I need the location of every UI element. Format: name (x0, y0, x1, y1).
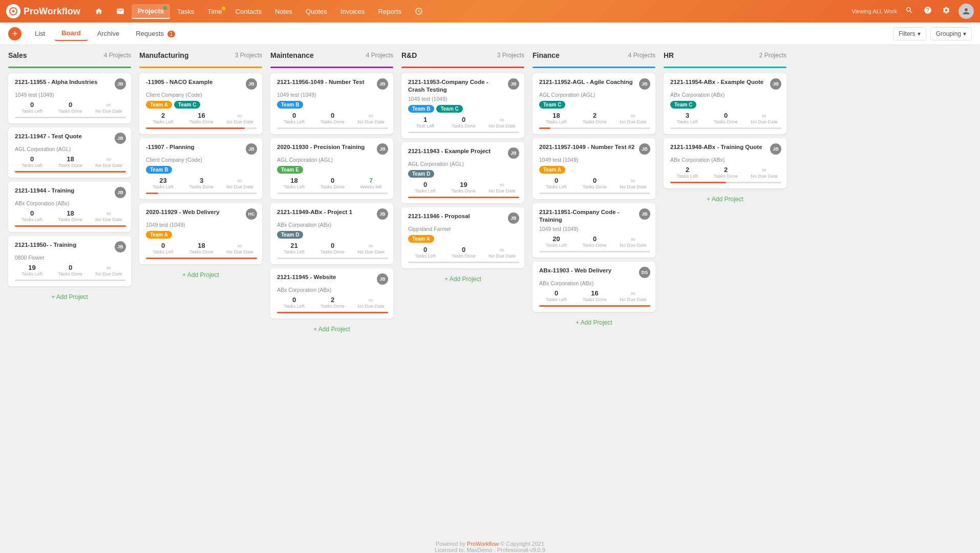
stat-tasks-left-value: 3 (670, 112, 705, 119)
stat-tasks-done: 0 Tasks Done (709, 112, 743, 124)
add-project-link[interactable]: + Add Project (532, 316, 655, 329)
column-header: Sales 4 Projects (8, 51, 131, 61)
logo[interactable]: ProWorkflow (6, 4, 80, 18)
footer-brand-link[interactable]: ProWorkflow (467, 541, 499, 547)
add-project-button[interactable]: + (8, 27, 22, 40)
project-card[interactable]: 2121-11950- - Training JB 0800 Flower 19… (8, 236, 131, 286)
nav-reports[interactable]: Reports (372, 5, 408, 18)
project-card[interactable]: 2020-11929 - Web Delivery HC 1049 test (… (139, 203, 262, 264)
project-card[interactable]: ABx-11903 - Web Delivery DS ABx Corporat… (532, 262, 655, 312)
card-avatar: JB (508, 147, 519, 159)
project-card[interactable]: 2121-11948-ABx - Training Quote JB ABx C… (664, 138, 786, 188)
add-project-link[interactable]: + Add Project (270, 323, 393, 336)
stat-tasks-left: 21 Tasks Left (277, 242, 311, 254)
project-card[interactable]: 2121-11945 - Website JB ABx Corporation … (270, 268, 393, 318)
user-avatar[interactable] (958, 4, 974, 19)
card-title: 2020-11929 - Web Delivery (146, 208, 246, 216)
project-card[interactable]: 2121-11949-ABx - Project 1 JB ABx Corpor… (270, 203, 393, 264)
project-card[interactable]: 2121-11954-ABx - Example Quote JB ABx Co… (664, 73, 786, 134)
stat-tasks-left-label: Tasks Left (277, 304, 311, 309)
stat-tasks-done-label: Tasks Done (446, 188, 481, 194)
card-tag: Team D (408, 170, 434, 178)
card-header: 2121-11955 - Alpha Industries JB (15, 78, 126, 90)
tab-archive[interactable]: Archive (90, 27, 126, 40)
stat-tasks-done-label: Tasks Done (578, 184, 612, 189)
settings-button[interactable] (940, 4, 952, 18)
logo-text: ProWorkflow (24, 6, 80, 17)
stat-tasks-left: 1 Task Left (408, 116, 442, 129)
filters-button[interactable]: Filters ▾ (893, 27, 926, 40)
tab-requests[interactable]: Requests 1 (129, 27, 182, 40)
nav-projects[interactable]: Projects (132, 4, 170, 19)
column-header: R&D 3 Projects (401, 51, 524, 61)
nav-time[interactable]: Time (201, 5, 228, 18)
project-card[interactable]: 2020-11930 - Precision Training JB AGL C… (270, 138, 393, 199)
card-tag: Team C (174, 101, 200, 109)
column-title: Manufacturing (139, 51, 188, 59)
card-avatar: JB (639, 143, 650, 155)
card-progress-fill (408, 197, 519, 198)
stat-tasks-done: 0 Tasks Done (446, 246, 481, 259)
stat-tasks-left-value: 21 (277, 242, 311, 249)
grouping-button[interactable]: Grouping ▾ (930, 27, 972, 40)
stat-tasks-done-label: Tasks Done (446, 123, 481, 129)
nav-timer[interactable] (409, 4, 429, 18)
column-header: Finance 4 Projects (532, 51, 655, 61)
add-project-link[interactable]: + Add Project (139, 268, 262, 282)
card-subtitle: ABx Corporation (ABx) (539, 280, 650, 286)
stat-tasks-left-value: 20 (539, 235, 573, 243)
search-button[interactable] (903, 4, 915, 18)
card-tag: Team B (408, 105, 434, 113)
tab-board[interactable]: Board (54, 26, 88, 41)
project-card[interactable]: 2121-11947 - Test Quote JB AGL Corporati… (8, 127, 131, 178)
project-card[interactable]: 2121-11952-AGL - Agile Coaching JB AGL C… (532, 73, 655, 134)
nav-invoices[interactable]: Invoices (334, 5, 371, 18)
project-card[interactable]: 2021-11957-1049 - Number Test #2 JB 1049… (532, 138, 655, 199)
stat-tasks-done-label: Tasks Done (184, 184, 219, 189)
card-stats: 1 Task Left 0 Tasks Done ∞ No Due Date (408, 116, 519, 129)
help-button[interactable] (922, 4, 934, 18)
card-subtitle: 0800 Flower (15, 254, 126, 261)
project-card[interactable]: 2121-11955 - Alpha Industries JB 1049 te… (8, 73, 131, 123)
card-title: 2121-11944 - Training (15, 187, 115, 195)
card-title: 2121-11948-ABx - Training Quote (670, 143, 770, 151)
stat-tasks-left-label: Tasks Left (277, 184, 311, 189)
column-finance: Finance 4 Projects 2121-11952-AGL - Agil… (532, 51, 655, 336)
stat-tasks-done: 0 Tasks Done (446, 116, 481, 129)
tab-list[interactable]: List (28, 27, 52, 40)
card-stats: 20 Tasks Left 0 Tasks Done ∞ No Due Date (539, 235, 650, 248)
stat-tasks-left: 2 Tasks Left (670, 166, 705, 179)
card-stats: 23 Tasks Left 3 Tasks Done ∞ No Due Date (146, 177, 257, 189)
project-card[interactable]: 2121-11951-Company Code - Training JB 10… (532, 203, 655, 258)
card-title: 2121-11949-ABx - Project 1 (277, 208, 377, 216)
card-header: 2121-11949-ABx - Project 1 JB (277, 208, 388, 220)
stat-tasks-left-value: 19 (15, 264, 49, 271)
column-count: 3 Projects (235, 52, 262, 59)
add-project-link[interactable]: + Add Project (401, 272, 524, 286)
project-card[interactable]: -11907 - Planning JB Client Company (Cod… (139, 138, 262, 199)
stat-tasks-left: 19 Tasks Left (15, 264, 49, 276)
column-line (532, 67, 655, 68)
card-subtitle: AGL Corporation (AGL) (539, 92, 650, 98)
project-card[interactable]: 2121-11953-Company Code - Crash Testing … (401, 73, 524, 138)
card-stats: 19 Tasks Left 0 Tasks Done ∞ No Due Date (15, 264, 126, 276)
project-card[interactable]: 2121-11943 - Example Project JB AGL Corp… (401, 142, 524, 203)
column-title: R&D (401, 51, 417, 59)
card-stats: 0 Tasks Left 18 Tasks Done ∞ No Due Date (15, 155, 126, 168)
nav-contacts[interactable]: Contacts (229, 5, 268, 18)
add-project-link[interactable]: + Add Project (664, 193, 786, 206)
nav-notes[interactable]: Notes (269, 5, 299, 18)
nav-email[interactable] (110, 4, 131, 18)
stat-tasks-left: 3 Tasks Left (670, 112, 705, 124)
stat-tasks-left: 0 Tasks Left (277, 296, 311, 309)
nav-tasks[interactable]: Tasks (171, 5, 200, 18)
column-count: 2 Projects (759, 52, 786, 59)
stat-tasks-done-label: Tasks Done (446, 253, 481, 259)
project-card[interactable]: 2121-11946 - Proposal JB Gippsland Farme… (401, 207, 524, 268)
project-card[interactable]: 2121-11944 - Training JB ABx Corporation… (8, 182, 131, 232)
project-card[interactable]: -11905 - NACO Example JB Client Company … (139, 73, 262, 134)
nav-quotes[interactable]: Quotes (300, 5, 333, 18)
add-project-link[interactable]: + Add Project (8, 290, 131, 304)
nav-home[interactable] (89, 4, 109, 18)
project-card[interactable]: 2121-11956-1049 - Number Test JB 1049 te… (270, 73, 393, 134)
